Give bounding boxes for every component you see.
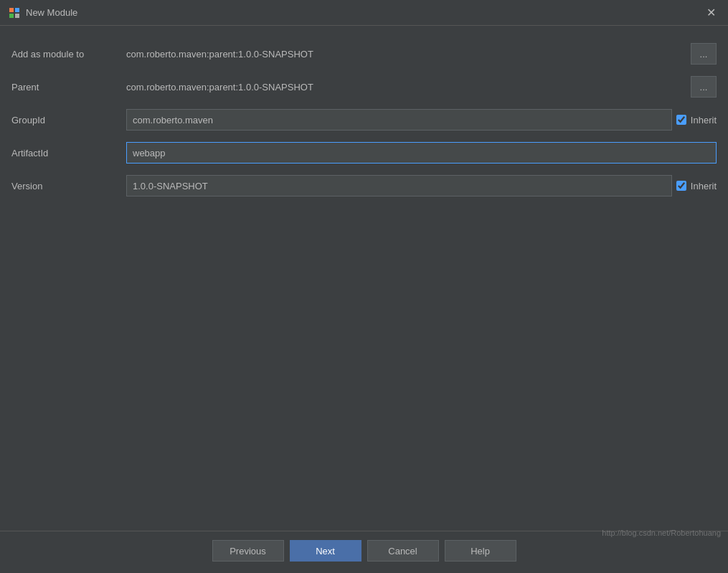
watermark: http://blog.csdn.net/Robertohuang: [602, 529, 721, 537]
add-as-module-row: Add as module to com.roberto.maven:paren…: [11, 40, 717, 67]
group-id-input[interactable]: [126, 109, 672, 131]
module-icon: [9, 7, 20, 19]
svg-rect-0: [9, 8, 14, 12]
svg-rect-3: [15, 14, 19, 18]
svg-rect-1: [15, 8, 19, 12]
cancel-button[interactable]: Cancel: [367, 540, 439, 562]
next-button[interactable]: Next: [290, 540, 361, 562]
close-button[interactable]: ✕: [702, 4, 719, 22]
group-id-inherit-label: Inherit: [691, 115, 717, 126]
version-inherit-checkbox[interactable]: [676, 181, 686, 191]
group-id-inherit-container: Inherit: [676, 115, 717, 126]
version-inherit-container: Inherit: [676, 181, 717, 191]
version-label: Version: [11, 181, 126, 191]
content-spacer: [11, 205, 717, 516]
version-inherit-label: Inherit: [691, 181, 717, 191]
group-id-row: GroupId Inherit: [11, 106, 717, 133]
artifact-id-row: ArtifactId: [11, 139, 717, 166]
parent-value: com.roberto.maven:parent:1.0.0-SNAPSHOT: [126, 82, 686, 93]
parent-row: Parent com.roberto.maven:parent:1.0.0-SN…: [11, 73, 717, 100]
add-as-module-browse-button[interactable]: ...: [691, 43, 717, 65]
version-input[interactable]: [126, 175, 672, 196]
group-id-label: GroupId: [11, 115, 126, 126]
svg-rect-2: [9, 14, 14, 18]
help-button[interactable]: Help: [445, 540, 516, 562]
group-id-inherit-checkbox[interactable]: [676, 115, 686, 125]
previous-button[interactable]: Previous: [212, 540, 284, 562]
add-as-module-label: Add as module to: [11, 49, 126, 60]
parent-label: Parent: [11, 82, 126, 93]
artifact-id-input[interactable]: [126, 142, 717, 164]
new-module-dialog: New Module ✕ Add as module to com.robert…: [0, 0, 728, 573]
version-row: Version Inherit: [11, 172, 717, 199]
content-area: Add as module to com.roberto.maven:paren…: [0, 26, 728, 531]
title-bar-left: New Module: [9, 7, 77, 19]
title-bar: New Module ✕: [0, 0, 728, 26]
add-as-module-value: com.roberto.maven:parent:1.0.0-SNAPSHOT: [126, 49, 686, 60]
dialog-title: New Module: [26, 7, 77, 18]
artifact-id-label: ArtifactId: [11, 148, 126, 158]
parent-browse-button[interactable]: ...: [691, 76, 717, 98]
